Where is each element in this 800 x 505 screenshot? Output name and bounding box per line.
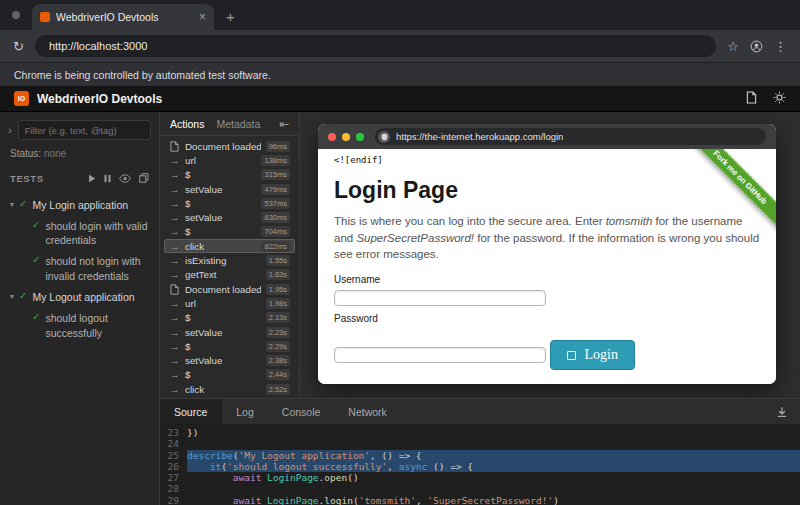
- github-fork-ribbon[interactable]: Fork me on GitHub: [684, 149, 776, 233]
- action-item[interactable]: →setValue479ms: [164, 182, 295, 196]
- check-icon: ✓: [32, 311, 40, 322]
- tab-metadata[interactable]: Metadata: [216, 118, 260, 130]
- test-spec-item[interactable]: ✓should login with valid credentials: [0, 215, 159, 250]
- action-label: setValue: [185, 184, 256, 195]
- test-spec-item[interactable]: ✓should not login with invalid credentia…: [0, 250, 159, 285]
- app-header: IO WebdriverIO Devtools: [0, 86, 800, 112]
- tab-actions[interactable]: Actions: [170, 118, 204, 130]
- arrow-right-icon: →: [169, 269, 180, 280]
- action-time-badge: 1.63s: [266, 269, 290, 280]
- test-suite-item[interactable]: ▾✓My Login application: [0, 193, 159, 215]
- code-text: it('should logout successfully', async (…: [187, 461, 800, 472]
- chevron-down-icon[interactable]: ▾: [10, 200, 14, 209]
- password-input[interactable]: [334, 347, 546, 363]
- filter-input[interactable]: [18, 120, 151, 140]
- action-item[interactable]: →click2.52s: [164, 382, 295, 396]
- preview-area: https://the-internet.herokuapp.com/login…: [300, 112, 800, 398]
- arrow-right-icon: →: [169, 312, 180, 323]
- login-button[interactable]: Login: [550, 340, 634, 370]
- screen: WebdriverIO Devtools × + ↻ http://localh…: [0, 0, 800, 505]
- address-bar[interactable]: http://localhost:3000: [35, 35, 716, 57]
- download-icon[interactable]: [764, 399, 800, 424]
- action-item[interactable]: →$704ms: [164, 225, 295, 239]
- action-item[interactable]: →setValue630ms: [164, 210, 295, 224]
- suite-label: My Login application: [32, 198, 128, 213]
- webdriverio-logo: IO: [14, 91, 29, 106]
- arrow-right-icon: →: [169, 212, 180, 223]
- new-tab-icon[interactable]: +: [226, 9, 235, 24]
- action-item[interactable]: →getText1.63s: [164, 268, 295, 282]
- copy-icon[interactable]: [139, 169, 149, 187]
- action-item[interactable]: →click822ms: [164, 239, 295, 253]
- ribbon-container: Fork me on GitHub: [684, 149, 776, 241]
- theme-toggle-sun-icon[interactable]: [773, 90, 786, 108]
- sidebar-collapse-icon[interactable]: ›: [8, 124, 12, 136]
- play-icon[interactable]: [88, 169, 96, 187]
- action-time-badge: 2.44s: [266, 369, 290, 380]
- action-label: Document loaded: [185, 141, 261, 152]
- mock-minimize-dot[interactable]: [342, 133, 350, 141]
- check-icon: ✓: [32, 219, 40, 230]
- code-line: 26 it('should logout successfully', asyn…: [160, 461, 800, 472]
- action-list: Document loaded96ms→url138ms→$315ms→setV…: [160, 136, 299, 398]
- action-item[interactable]: →url138ms: [164, 153, 295, 167]
- action-time-badge: 537ms: [261, 198, 290, 209]
- login-button-label: Login: [584, 347, 617, 363]
- action-label: $: [185, 226, 256, 237]
- tests-header: TESTS: [0, 161, 159, 190]
- action-label: url: [185, 298, 261, 309]
- action-item[interactable]: →$315ms: [164, 168, 295, 182]
- mock-zoom-dot[interactable]: [356, 133, 364, 141]
- document-icon: [169, 141, 180, 152]
- code-editor[interactable]: 23})2425describe('My Logout application'…: [160, 425, 800, 505]
- main-area: › Status: none TESTS ▾✓My Login applicat…: [0, 112, 800, 505]
- browser-tab-strip: WebdriverIO Devtools × +: [0, 0, 800, 30]
- close-tab-icon[interactable]: ×: [199, 11, 206, 23]
- arrow-right-icon: →: [169, 155, 180, 166]
- bookmark-star-icon[interactable]: ☆: [727, 40, 739, 53]
- spec-label: should logout successfully: [45, 311, 151, 340]
- eye-icon[interactable]: [119, 169, 131, 187]
- reload-icon[interactable]: ↻: [13, 40, 24, 53]
- username-input[interactable]: [334, 290, 546, 306]
- action-item[interactable]: →isExisting1.55s: [164, 253, 295, 267]
- test-suite-item[interactable]: ▾✓My Logout application: [0, 285, 159, 307]
- action-label: $: [185, 198, 256, 209]
- profile-icon[interactable]: [750, 40, 763, 53]
- browser-tab[interactable]: WebdriverIO Devtools ×: [32, 4, 214, 30]
- menu-dots-icon[interactable]: ⋮: [774, 40, 787, 53]
- action-item[interactable]: →$2.13s: [164, 311, 295, 325]
- action-item[interactable]: Document loaded1.95s: [164, 282, 295, 296]
- action-item[interactable]: →$2.29s: [164, 339, 295, 353]
- action-item[interactable]: Document loaded96ms: [164, 139, 295, 153]
- action-item[interactable]: →setValue2.38s: [164, 353, 295, 367]
- code-text: await LoginPage.open(): [187, 472, 800, 483]
- action-label: click: [185, 384, 261, 395]
- collapse-panel-icon[interactable]: ⇤: [279, 118, 289, 130]
- code-line: 27 await LoginPage.open(): [160, 472, 800, 483]
- address-url: http://localhost:3000: [49, 40, 147, 52]
- tab-source[interactable]: Source: [160, 399, 222, 424]
- line-number: 25: [160, 450, 187, 461]
- arrow-right-icon: →: [169, 341, 180, 352]
- code-line: 23}): [160, 427, 800, 438]
- automation-banner: Chrome is being controlled by automated …: [0, 62, 800, 86]
- arrow-right-icon: →: [169, 241, 180, 252]
- tab-console[interactable]: Console: [268, 399, 335, 424]
- chevron-down-icon[interactable]: ▾: [10, 292, 14, 301]
- window-control-dot[interactable]: [12, 11, 20, 19]
- action-item[interactable]: →url1.98s: [164, 296, 295, 310]
- action-label: click: [185, 241, 256, 252]
- report-file-icon[interactable]: [746, 90, 757, 108]
- tab-network[interactable]: Network: [334, 399, 401, 424]
- action-item[interactable]: →$537ms: [164, 196, 295, 210]
- pause-icon[interactable]: [104, 169, 111, 187]
- action-item[interactable]: →$2.44s: [164, 368, 295, 382]
- test-spec-item[interactable]: ✓should logout successfully: [0, 307, 159, 342]
- action-item[interactable]: →setValue2.23s: [164, 325, 295, 339]
- tab-log[interactable]: Log: [222, 399, 268, 424]
- mock-close-dot[interactable]: [328, 133, 336, 141]
- suite-label: My Logout application: [32, 290, 134, 305]
- action-time-badge: 704ms: [261, 226, 290, 237]
- status-label: Status:: [10, 148, 41, 159]
